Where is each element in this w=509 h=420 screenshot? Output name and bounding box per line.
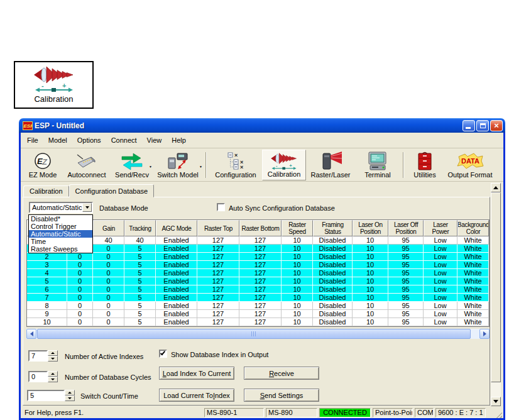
table-cell[interactable]: 7 — [27, 294, 67, 302]
menu-connect[interactable]: Connect — [106, 135, 142, 146]
table-cell[interactable]: 95 — [388, 285, 424, 294]
dropdown-option[interactable]: Automatic/Static — [29, 230, 92, 238]
scroll-down-button[interactable] — [491, 397, 501, 406]
table-cell[interactable]: 127 — [239, 236, 282, 245]
table-cell[interactable]: Disabled — [313, 277, 353, 285]
table-cell[interactable]: White — [457, 236, 489, 245]
table-cell[interactable]: 5 — [124, 294, 156, 302]
table-cell[interactable]: 0 — [93, 277, 124, 285]
table-cell[interactable]: 5 — [124, 269, 156, 277]
table-cell[interactable]: 0 — [93, 294, 124, 302]
table-cell[interactable]: 127 — [239, 302, 282, 310]
table-cell[interactable]: 2 — [27, 253, 67, 261]
table-cell[interactable]: 10 — [282, 310, 313, 318]
table-cell[interactable]: 0 — [67, 261, 93, 269]
table-cell[interactable]: White — [457, 253, 489, 261]
table-cell[interactable]: 10 — [282, 261, 313, 269]
close-button[interactable]: × — [490, 120, 503, 131]
table-cell[interactable]: 95 — [388, 310, 424, 318]
table-row[interactable]: 4040Enabled12712710Disabled1095LowWhite — [27, 236, 489, 245]
table-cell[interactable]: 127 — [197, 269, 239, 277]
table-row[interactable]: 9005Enabled12712710Disabled1095LowWhite — [27, 310, 489, 318]
table-cell[interactable]: White — [457, 269, 489, 277]
table-cell[interactable]: 127 — [239, 294, 282, 302]
table-cell[interactable]: 40 — [124, 236, 156, 245]
table-cell[interactable]: 10 — [353, 236, 388, 245]
dropdown-option[interactable]: Control Trigger — [29, 223, 92, 230]
auto-sync-checkbox[interactable] — [217, 203, 225, 211]
table-cell[interactable]: 10 — [353, 245, 388, 253]
calibration-shortcut-button[interactable]: - + Calibration — [14, 61, 94, 109]
table-cell[interactable]: 127 — [239, 277, 282, 285]
table-cell[interactable]: 0 — [93, 261, 124, 269]
table-cell[interactable]: Disabled — [313, 318, 353, 326]
toolbar-terminal[interactable]: Terminal — [355, 150, 400, 180]
table-cell[interactable]: 6 — [27, 285, 67, 294]
table-cell[interactable]: 127 — [239, 318, 282, 326]
horizontal-scrollbar[interactable] — [26, 329, 490, 339]
table-cell[interactable]: 95 — [388, 302, 424, 310]
table-cell[interactable]: 10 — [27, 318, 67, 326]
toolbar-autoconnect[interactable]: Autoconnect — [62, 150, 111, 180]
table-cell[interactable]: Enabled — [156, 310, 197, 318]
table-cell[interactable]: 5 — [124, 245, 156, 253]
table-cell[interactable]: 95 — [388, 269, 424, 277]
toolbar-switch-model[interactable]: ▼ Switch Model — [153, 150, 203, 180]
table-cell[interactable]: 5 — [124, 277, 156, 285]
table-cell[interactable]: 0 — [67, 294, 93, 302]
dropdown-option[interactable]: Disabled* — [29, 215, 92, 223]
combobox-dropdown-button[interactable] — [82, 203, 92, 212]
table-cell[interactable]: 10 — [282, 294, 313, 302]
database-cycles-input[interactable]: 0 — [28, 371, 48, 382]
table-cell[interactable]: 127 — [197, 294, 239, 302]
table-cell[interactable]: 3 — [27, 261, 67, 269]
minimize-button[interactable] — [462, 120, 475, 131]
table-cell[interactable]: Disabled — [313, 310, 353, 318]
table-cell[interactable]: 127 — [197, 285, 239, 294]
table-cell[interactable]: Low — [424, 245, 457, 253]
table-cell[interactable]: 95 — [388, 318, 424, 326]
table-cell[interactable]: White — [457, 277, 489, 285]
table-row[interactable]: 4005Enabled12712710Disabled1095LowWhite — [27, 269, 489, 277]
table-cell[interactable]: 10 — [282, 245, 313, 253]
table-cell[interactable]: 127 — [239, 269, 282, 277]
table-cell[interactable]: 9 — [27, 310, 67, 318]
table-row[interactable]: 7005Enabled12712710Disabled1095LowWhite — [27, 294, 489, 302]
table-cell[interactable]: Disabled — [313, 269, 353, 277]
table-cell[interactable]: 10 — [353, 310, 388, 318]
table-cell[interactable]: 0 — [67, 285, 93, 294]
table-cell[interactable]: 5 — [124, 261, 156, 269]
vertical-scrollbar[interactable] — [491, 183, 501, 406]
tab-calibration[interactable]: Calibration — [23, 185, 69, 197]
table-cell[interactable]: Low — [424, 302, 457, 310]
table-cell[interactable]: 0 — [93, 302, 124, 310]
table-cell[interactable]: Enabled — [156, 318, 197, 326]
table-cell[interactable]: 127 — [197, 245, 239, 253]
table-cell[interactable]: Enabled — [156, 245, 197, 253]
table-cell[interactable]: White — [457, 261, 489, 269]
table-cell[interactable]: 127 — [239, 261, 282, 269]
table-cell[interactable]: 10 — [282, 269, 313, 277]
table-cell[interactable]: Disabled — [313, 245, 353, 253]
table-cell[interactable]: Enabled — [156, 261, 197, 269]
table-cell[interactable]: Enabled — [156, 285, 197, 294]
table-row[interactable]: 8005Enabled12712710Disabled1095LowWhite — [27, 302, 489, 310]
active-indexes-input[interactable]: 7 — [28, 350, 48, 362]
table-cell[interactable]: Low — [424, 269, 457, 277]
table-cell[interactable]: 10 — [353, 294, 388, 302]
table-cell[interactable]: 10 — [282, 285, 313, 294]
table-cell[interactable]: Enabled — [156, 269, 197, 277]
table-cell[interactable]: 0 — [93, 253, 124, 261]
tab-configuration-database[interactable]: Configuration Database — [69, 184, 155, 197]
table-cell[interactable]: 10 — [353, 277, 388, 285]
table-row[interactable]: 3005Enabled12712710Disabled1095LowWhite — [27, 261, 489, 269]
table-cell[interactable]: 0 — [67, 310, 93, 318]
table-cell[interactable]: 0 — [67, 253, 93, 261]
table-cell[interactable]: 127 — [239, 310, 282, 318]
spin-down-button[interactable] — [65, 395, 75, 401]
scrollbar-track[interactable] — [36, 329, 479, 339]
table-cell[interactable]: 10 — [282, 302, 313, 310]
scroll-right-button[interactable] — [479, 329, 490, 339]
table-cell[interactable]: 127 — [197, 318, 239, 326]
table-cell[interactable]: Disabled — [313, 302, 353, 310]
